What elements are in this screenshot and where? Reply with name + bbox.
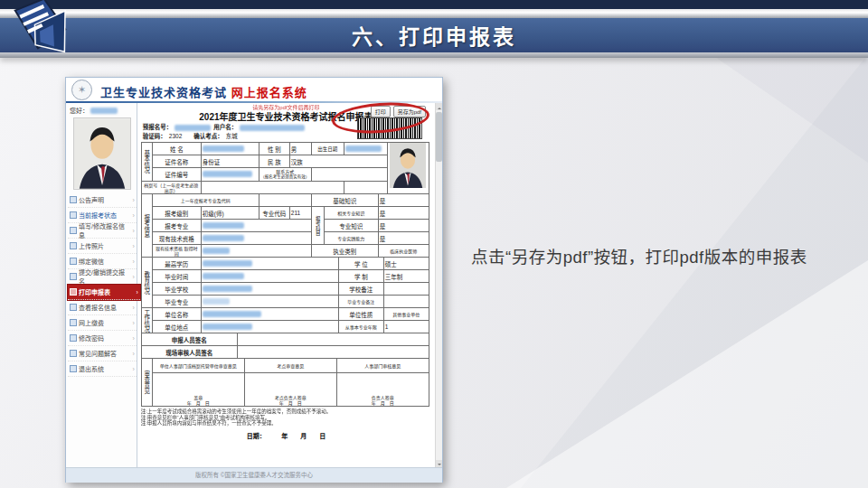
archive-label: 档案号（上一年度考生必须出示） [141, 182, 201, 194]
page-title: 六、打印申报表 [352, 20, 516, 51]
doc-icon [70, 319, 77, 326]
brand-sub: 网上报名系统 [231, 86, 307, 99]
verify-value: 2302 [169, 132, 182, 141]
sidebar-item-submit-cancel[interactable]: 提交/撤销提交报名 › [68, 269, 137, 285]
scroll-up-icon[interactable] [436, 103, 442, 110]
section-edu: 教育情况 [141, 258, 152, 308]
sidebar-item-logout[interactable]: 退出系统 › [68, 361, 137, 377]
confirm-site-label: 确认考点： [193, 132, 223, 141]
slide-caption: 点击“另存为pdf”按钮，打印pdf版本的申报表 [471, 244, 807, 267]
onsite-sign-label: 现场审核人员签名 [141, 346, 237, 359]
ethnic-label: 民 族 [259, 155, 289, 168]
school-note-empty [383, 283, 429, 296]
doc-icon [70, 227, 77, 234]
user-photo [73, 117, 131, 190]
apply-info-band: 报考信息 上一年度报考专业及代码 基础知识 是 报考级别 初级(师) 专业代码 … [141, 193, 429, 258]
subject2-value: 是 [378, 207, 429, 220]
sidebar-item-upload-photo[interactable]: 上传照片 › [68, 239, 137, 254]
level-value: 初级(师) [201, 207, 259, 220]
app-header: ✶ 卫生专业技术资格考试 网上报名系统 [66, 78, 442, 101]
review-col3-header: 人事部门审核意见 [336, 359, 429, 373]
scroll-down-icon[interactable] [436, 460, 442, 467]
stamp2-cell: 考点负责人签章年 月 日 [244, 373, 336, 407]
scrollbar-thumb[interactable] [436, 112, 442, 162]
years-value: 1 [383, 321, 429, 333]
note-line: 注:申报人员所填内容如与审查结果不符，一经查实不予受理。 [141, 420, 435, 427]
applicant-sign-empty [237, 333, 429, 346]
slide-logo-icon [9, 0, 74, 63]
doc-icon [70, 350, 77, 357]
review-col1-header: 单位人事部门或档案托管单位审查意见 [152, 359, 244, 373]
applicant-sign-label: 申报人员签名 [141, 333, 237, 346]
chevron-right-icon: › [132, 351, 134, 357]
ethnic-value: 汉族 [289, 155, 387, 168]
sidebar: 您好： 公告声明 › 当前报考状态 › [66, 103, 137, 467]
subject3-label: 专业知识 [324, 220, 378, 232]
sidebar-item-announcements[interactable]: 公告声明 › [68, 192, 137, 208]
last-major-label: 上一年度报考专业及代码 [152, 194, 259, 207]
last-major-empty [259, 194, 311, 207]
sidebar-item-label: 网上缴费 [79, 318, 104, 327]
redacted-grad-major [203, 298, 230, 305]
sidebar-item-label: 常见问题解答 [79, 349, 117, 358]
sidebar-item-faq[interactable]: 常见问题解答 › [68, 346, 137, 361]
form-id-photo [389, 143, 427, 188]
vertical-scrollbar[interactable] [435, 103, 442, 467]
degree-value: 硕士 [383, 258, 429, 270]
sidebar-item-label: 绑定微信 [79, 257, 104, 266]
grad-major-note-empty [383, 296, 429, 308]
browser-screenshot-panel: ✶ 卫生专业技术资格考试 网上报名系统 您好： [65, 77, 443, 483]
redacted-prereg-no [175, 125, 211, 131]
sidebar-item-print-form[interactable]: 打印申报表 › [68, 285, 140, 300]
major-label: 报考专业 [152, 220, 201, 232]
redacted-major [203, 222, 244, 229]
chevron-right-icon: › [132, 305, 134, 311]
sidebar-item-change-password[interactable]: 修改密码 › [68, 331, 137, 346]
unit-type-label: 单位性质 [338, 308, 383, 321]
subject1-label: 基础知识 [311, 194, 378, 207]
sidebar-item-online-payment[interactable]: 网上缴费 › [68, 315, 137, 331]
sidebar-item-label: 退出系统 [79, 364, 104, 373]
chevron-right-icon: › [132, 258, 134, 265]
subject4-value: 是 [378, 232, 429, 245]
years-label: 从事本专业年限 [338, 321, 383, 333]
redacted-qual [203, 235, 244, 241]
sidebar-item-view-info[interactable]: 查看报名信息 › [68, 300, 137, 315]
cert-no-label: 证件编号 [152, 168, 201, 182]
sidebar-item-label: 提交/撤销提交报名 [79, 267, 130, 286]
chevron-right-icon: › [132, 320, 134, 326]
unit-label: 单位名称 [152, 308, 201, 321]
app-footer: 版权所有 ©国家卫生健康委人才交流服务中心 [66, 467, 442, 483]
level-label: 报考级别 [152, 207, 201, 220]
form-date-line: 日期： 年 月 日 [137, 431, 435, 440]
form-main-area: 请先另存为pdf文件后再打印 2021年度卫生专业技术资格考试报名申报表 打印 … [137, 103, 435, 467]
review-col2-header: 考点审查意见 [244, 359, 336, 373]
redacted-school [203, 286, 252, 292]
unit-type-value: 其他事业单位 [383, 308, 429, 321]
school-note-label: 学校备注 [338, 283, 383, 296]
gender-value: 男 [289, 143, 311, 155]
brand-main: 卫生专业技术资格考试 [100, 86, 227, 99]
doc-icon [70, 242, 77, 249]
education-band: 教育情况 最高学历 学 位 硕士 毕业时间 学 制 三年制 毕业学校 [141, 257, 429, 308]
sidebar-item-edit-info[interactable]: 填写/修改报名信息 › [68, 223, 137, 239]
schooling-label: 学 制 [338, 270, 383, 283]
name-label: 姓 名 [152, 143, 201, 155]
redacted-unit-addr [203, 324, 252, 330]
form-toolbar: 打印 另存为pdf [371, 106, 426, 117]
gender-label: 性 别 [259, 143, 289, 155]
cert-name-label: 证件名称 [152, 155, 201, 168]
redacted-unit [203, 311, 261, 317]
redacted-grad-time [203, 273, 244, 279]
slide-header: 六、打印申报表 [0, 0, 868, 60]
highest-edu-label: 最高学历 [152, 258, 201, 270]
grad-time-label: 毕业时间 [152, 270, 201, 283]
sidebar-item-label: 上传照片 [79, 241, 104, 250]
signature-band: 申报人员签名 现场审核人员签名 [141, 333, 429, 359]
section-subjects: 报考科目 [311, 207, 324, 245]
app-brand: 卫生专业技术资格考试 网上报名系统 [100, 83, 307, 100]
sidebar-item-label: 公告声明 [79, 195, 104, 204]
chevron-right-icon: › [132, 335, 134, 342]
stamp1-cell: 盖章年 月 日 [152, 373, 244, 407]
header-silver-strip [0, 9, 868, 18]
